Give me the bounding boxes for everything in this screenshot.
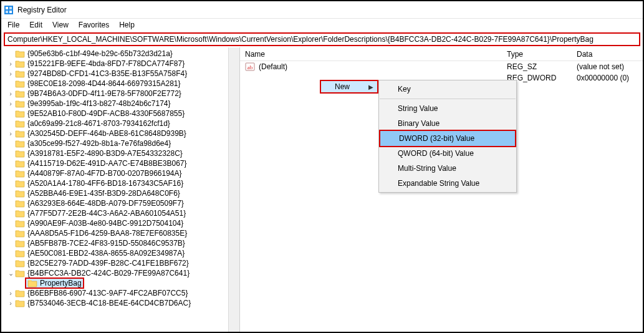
- addressbar-input[interactable]: [5, 34, 639, 45]
- value-row[interactable]: ab(Default)REG_SZ(value not set): [240, 61, 643, 72]
- collapse-icon[interactable]: ⌄: [6, 269, 15, 278]
- value-name-cell: ab(Default): [240, 62, 502, 72]
- app-icon: [4, 5, 14, 15]
- expand-icon[interactable]: ›: [6, 60, 15, 67]
- submenu-item-label: QWORD (64-bit) Value: [398, 149, 474, 158]
- tree-item[interactable]: ·{98EC0E18-2098-4D44-8644-66979315A281}: [1, 79, 239, 89]
- tree-item[interactable]: ·{9E52AB10-F80D-49DF-ACB8-4330F5687855}: [1, 109, 239, 118]
- submenu-item[interactable]: String Value: [379, 101, 516, 116]
- menu-view[interactable]: View: [47, 19, 74, 31]
- submenu-item-label: Binary Value: [398, 119, 440, 128]
- context-new-item[interactable]: New ▶: [320, 80, 378, 94]
- tree-item[interactable]: ·{AB5FB87B-7CE2-4F83-915D-550846C9537B}: [1, 238, 239, 248]
- tree-item[interactable]: ·{A520A1A4-1780-4FF6-BD18-167343C5AF16}: [1, 178, 239, 188]
- tree-item-label: {A4115719-D62E-491D-AA7C-E74B8BE3B067}: [27, 159, 187, 168]
- tree-item[interactable]: ·{B2C5E279-7ADD-439F-B28C-C41FE1BBF672}: [1, 258, 239, 268]
- tree-item-label: {a305ce99-f527-492b-8b1a-7e76fa98d6e4}: [27, 139, 171, 148]
- submenu-item[interactable]: QWORD (64-bit) Value: [379, 146, 516, 161]
- tree-item[interactable]: ·{A990AE9F-A03B-4e80-94BC-9912D7504104}: [1, 218, 239, 228]
- tree-item-label: {A302545D-DEFF-464b-ABE8-61C8648D939B}: [27, 129, 186, 138]
- submenu-item[interactable]: Binary Value: [379, 116, 516, 131]
- folder-icon: [15, 199, 25, 208]
- submenu-item[interactable]: Multi-String Value: [379, 161, 516, 176]
- tree-item-label: {A990AE9F-A03B-4e80-94BC-9912D7504104}: [27, 219, 183, 228]
- addressbar-highlight: [4, 32, 640, 46]
- col-data[interactable]: Data: [572, 47, 643, 60]
- svg-rect-3: [6, 11, 8, 13]
- folder-icon: [15, 259, 25, 268]
- expand-icon[interactable]: ›: [6, 90, 15, 97]
- tree-item[interactable]: ·{A440879F-87A0-4F7D-B700-0207B966194A}: [1, 168, 239, 178]
- tree-item[interactable]: ›{9274BD8D-CFD1-41C3-B35E-B13F55A758F4}: [1, 69, 239, 79]
- svg-text:ab: ab: [248, 64, 253, 70]
- expand-icon[interactable]: ›: [6, 299, 15, 307]
- context-new-label: New: [335, 82, 350, 91]
- addressbar-row: [1, 31, 643, 47]
- submenu-item[interactable]: Expandable String Value: [379, 176, 516, 191]
- expand-icon[interactable]: ›: [6, 289, 15, 297]
- tree-item[interactable]: ·{A77F5D77-2E2B-44C3-A6A2-ABA601054A51}: [1, 208, 239, 218]
- submenu-item-label: Expandable String Value: [398, 179, 479, 188]
- tree-item[interactable]: ·{a0c69a99-21c8-4671-8703-7934162fcf1d}: [1, 118, 239, 128]
- tree-item[interactable]: ›{9B74B6A3-0DFD-4f11-9E78-5F7800F2E772}: [1, 89, 239, 99]
- tree-item-selected[interactable]: ·PropertyBag: [1, 278, 239, 288]
- folder-icon: [15, 129, 25, 138]
- submenu-item-label: DWORD (32-bit) Value: [399, 134, 474, 143]
- submenu-item-highlighted[interactable]: DWORD (32-bit) Value: [379, 131, 516, 146]
- tree-item[interactable]: ·{A52BBA46-E9E1-435f-B3D9-28DA648C0F6}: [1, 188, 239, 198]
- folder-icon: [15, 59, 25, 68]
- tree-item-label: {a0c69a99-21c8-4671-8703-7934162fcf1d}: [27, 119, 170, 128]
- tree-item[interactable]: ⌄{B4BFCC3A-DB2C-424C-B029-7FE99A87C641}: [1, 268, 239, 278]
- tree-item[interactable]: ·{A63293E8-664E-48DB-A079-DF759E0509F7}: [1, 198, 239, 208]
- tree-item[interactable]: ·{AAA8D5A5-F1D6-4259-BAA8-78E7EF60835E}: [1, 228, 239, 238]
- value-data-cell: 0x00000000 (0): [572, 74, 643, 82]
- tree-item[interactable]: ›{B7534046-3ECB-4C18-BE4E-64CD4CB7D6AC}: [1, 298, 239, 308]
- tree-item-label: {AB5FB87B-7CE2-4F83-915D-550846C9537B}: [27, 239, 185, 248]
- expand-icon[interactable]: ›: [6, 130, 15, 137]
- tree-item[interactable]: ›{B6EBFB86-6907-413C-9AF7-4FC2ABF07CC5}: [1, 288, 239, 298]
- col-type[interactable]: Type: [502, 47, 572, 60]
- expand-icon[interactable]: ›: [6, 100, 15, 107]
- folder-icon: [15, 79, 25, 88]
- folder-icon: [15, 139, 25, 148]
- tree-item-label: PropertyBag: [40, 279, 82, 287]
- tree-item[interactable]: ·{AE50C081-EBD2-438A-8655-8A092E34987A}: [1, 248, 239, 258]
- tree-scrollbar-thumb[interactable]: [231, 122, 237, 160]
- tree-item-label: {AE50C081-EBD2-438A-8655-8A092E34987A}: [27, 249, 185, 258]
- tree-item-label: {A52BBA46-E9E1-435f-B3D9-28DA648C0F6}: [27, 189, 180, 198]
- folder-icon: [15, 49, 25, 58]
- tree-item-label: {B2C5E279-7ADD-439F-B28C-C41FE1BBF672}: [27, 259, 189, 268]
- tree-item[interactable]: ›{9e3995ab-1f9c-4f13-b827-48b24b6c7174}: [1, 99, 239, 109]
- menu-file[interactable]: File: [2, 19, 24, 31]
- tree: ·{905e63b6-c1bf-494e-b29c-65b732d3d21a}›…: [1, 47, 239, 309]
- menu-help[interactable]: Help: [114, 19, 140, 31]
- new-submenu: KeyString ValueBinary ValueDWORD (32-bit…: [378, 80, 517, 193]
- col-name[interactable]: Name: [240, 47, 502, 60]
- submenu-arrow-icon: ▶: [368, 84, 373, 90]
- submenu-item[interactable]: Key: [379, 82, 516, 97]
- tree-item[interactable]: ·{a305ce99-f527-492b-8b1a-7e76fa98d6e4}: [1, 138, 239, 148]
- expand-icon[interactable]: ›: [6, 70, 15, 77]
- folder-icon: [15, 299, 25, 307]
- tree-item-label: {9e3995ab-1f9c-4f13-b827-48b24b6c7174}: [27, 99, 171, 108]
- tree-item-label: {9E52AB10-F80D-49DF-ACB8-4330F5687855}: [27, 109, 185, 118]
- context-menu-group: New ▶ KeyString ValueBinary ValueDWORD (…: [320, 80, 517, 193]
- tree-item[interactable]: ·{905e63b6-c1bf-494e-b29c-65b732d3d21a}: [1, 49, 239, 59]
- svg-rect-2: [9, 7, 12, 9]
- menu-favorites[interactable]: Favorites: [74, 19, 114, 31]
- list-pane[interactable]: Name Type Data ab(Default)REG_SZ(value n…: [240, 47, 643, 332]
- tree-item-label: {AAA8D5A5-F1D6-4259-BAA8-78E7EF60835E}: [27, 229, 187, 238]
- folder-icon: [15, 169, 25, 178]
- selected-key-highlight: PropertyBag: [25, 278, 84, 289]
- folder-icon: [15, 249, 25, 258]
- folder-icon: [15, 269, 25, 278]
- folder-icon: [15, 109, 25, 118]
- tree-item[interactable]: ›{A302545D-DEFF-464b-ABE8-61C8648D939B}: [1, 128, 239, 138]
- tree-item[interactable]: ›{915221FB-9EFE-4bda-8FD7-F78DCA774F87}: [1, 59, 239, 69]
- menu-edit[interactable]: Edit: [24, 19, 47, 31]
- tree-item-label: {A3918781-E5F2-4890-B3D9-A7E54332328C}: [27, 149, 183, 158]
- tree-item[interactable]: ·{A4115719-D62E-491D-AA7C-E74B8BE3B067}: [1, 158, 239, 168]
- tree-pane[interactable]: ·{905e63b6-c1bf-494e-b29c-65b732d3d21a}›…: [1, 47, 240, 332]
- tree-item[interactable]: ·{A3918781-E5F2-4890-B3D9-A7E54332328C}: [1, 148, 239, 158]
- tree-item-label: {B7534046-3ECB-4C18-BE4E-64CD4CB7D6AC}: [27, 299, 191, 307]
